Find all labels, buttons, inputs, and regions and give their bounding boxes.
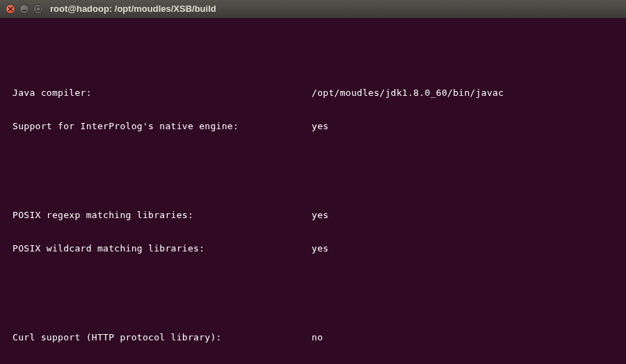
window-buttons	[6, 4, 43, 14]
config-row: POSIX regexp matching libraries: yes	[1, 210, 625, 221]
maximize-icon[interactable]	[33, 4, 43, 14]
window-title: root@hadoop: /opt/moudles/XSB/build	[50, 3, 216, 15]
config-value: yes	[312, 243, 625, 254]
config-value: yes	[312, 210, 625, 221]
config-label: POSIX regexp matching libraries:	[1, 210, 312, 221]
config-label: POSIX wildcard matching libraries:	[1, 243, 312, 254]
config-row: POSIX wildcard matching libraries: yes	[1, 243, 625, 254]
window-titlebar: root@hadoop: /opt/moudles/XSB/build	[0, 0, 626, 18]
config-label: Curl support (HTTP protocol library):	[1, 332, 312, 343]
config-row: Support for InterProlog's native engine:…	[1, 121, 625, 132]
config-value: yes	[312, 121, 625, 132]
close-icon[interactable]	[6, 4, 15, 14]
minimize-icon[interactable]	[19, 4, 29, 14]
config-label: Support for InterProlog's native engine:	[1, 121, 312, 132]
terminal-output[interactable]: Java compiler: /opt/moudles/jdk1.8.0_60/…	[0, 18, 626, 364]
config-row: Java compiler: /opt/moudles/jdk1.8.0_60/…	[1, 88, 625, 99]
config-label: Java compiler:	[1, 88, 312, 99]
svg-rect-3	[36, 7, 40, 11]
config-value: no	[312, 332, 625, 343]
config-value: /opt/moudles/jdk1.8.0_60/bin/javac	[312, 88, 625, 99]
config-row: Curl support (HTTP protocol library): no	[1, 332, 625, 343]
